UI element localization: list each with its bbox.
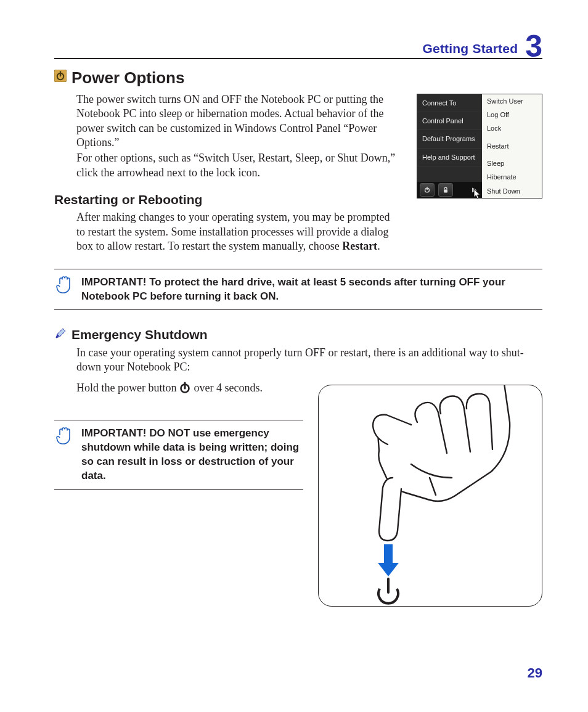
menu-item: Shut Down bbox=[482, 184, 542, 198]
lock-icon bbox=[438, 183, 453, 197]
menu-item: Lock bbox=[482, 121, 542, 135]
menu-item: Restart bbox=[482, 139, 542, 153]
windows-shutdown-menu: Connect To Control Panel Default Program… bbox=[417, 94, 542, 213]
hand-stop-icon bbox=[55, 274, 74, 300]
menu-item: Log Off bbox=[482, 108, 542, 121]
body-text: Hold the power button over 4 seconds. bbox=[76, 381, 303, 395]
menu-item: Hibernate bbox=[482, 170, 542, 184]
svg-rect-5 bbox=[444, 189, 447, 192]
svg-rect-6 bbox=[384, 544, 393, 563]
menu-item: Default Programs bbox=[417, 130, 482, 148]
power-icon bbox=[420, 183, 435, 197]
menu-item: Sleep bbox=[482, 157, 542, 170]
chapter-label: Getting Started bbox=[423, 40, 518, 57]
hand-press-illustration bbox=[318, 385, 542, 607]
heading-emergency-shutdown: Emergency Shutdown bbox=[71, 326, 542, 343]
page-number: 29 bbox=[528, 665, 542, 682]
notice-text: IMPORTANT! DO NOT use emergency shutdown… bbox=[81, 427, 299, 481]
power-icon bbox=[53, 70, 68, 82]
power-icon bbox=[378, 579, 398, 604]
pencil-icon bbox=[53, 327, 68, 340]
body-text: In case your operating system cannot pro… bbox=[76, 346, 542, 375]
menu-item: Control Panel bbox=[417, 112, 482, 130]
down-arrow-icon bbox=[378, 544, 399, 576]
chapter-number: 3 bbox=[525, 31, 542, 62]
heading-power-options: Power Options bbox=[71, 68, 542, 89]
section-power-options: Power Options Connect To Control Panel D… bbox=[54, 68, 542, 607]
important-notice: IMPORTANT! DO NOT use emergency shutdown… bbox=[54, 420, 303, 490]
important-notice: IMPORTANT! To protect the hard drive, wa… bbox=[54, 269, 542, 311]
mouse-cursor-icon bbox=[473, 189, 482, 200]
body-text: After making changes to your operating s… bbox=[76, 210, 397, 253]
power-icon bbox=[179, 382, 191, 394]
menu-item: Switch User bbox=[482, 94, 542, 108]
hand-stop-icon bbox=[55, 425, 74, 451]
menu-item: Connect To bbox=[417, 94, 482, 112]
menu-item: Help and Support bbox=[417, 149, 482, 166]
notice-text: IMPORTANT! To protect the hard drive, wa… bbox=[81, 276, 505, 302]
body-text: For other options, such as “Switch User,… bbox=[76, 151, 397, 180]
page-header: Getting Started 3 bbox=[54, 27, 542, 59]
